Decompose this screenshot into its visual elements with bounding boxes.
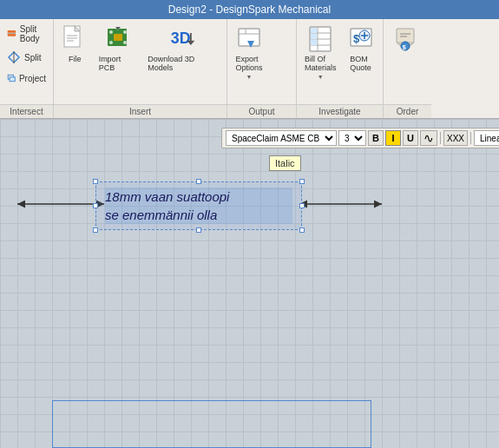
investigate-section: Bill OfMaterials ▼ $ BOMQuote Investigat… (297, 19, 384, 118)
split-button[interactable]: Split (3, 48, 49, 67)
file-icon (62, 25, 87, 53)
svg-rect-16 (114, 34, 122, 41)
investigate-buttons: Bill OfMaterials ▼ $ BOMQuote (297, 19, 383, 104)
italic-tooltip: Italic (269, 155, 301, 171)
text-format-bar: SpaceClaim ASME CB 3.5 B I U ∿ XXX Linea… (221, 128, 499, 148)
download-3d-label: Download 3D Models (148, 55, 219, 72)
text-dashed-border: 18mm vaan suattoopi se enemmännii olla (95, 181, 302, 230)
project-label: Project (19, 74, 46, 83)
separator-1 (440, 132, 441, 144)
bill-of-materials-icon (306, 25, 334, 53)
handle-br[interactable] (299, 227, 305, 233)
order-buttons: $ (384, 19, 431, 104)
grid-background (0, 119, 499, 448)
project-button[interactable]: Project (3, 69, 49, 88)
split-body-button[interactable]: Split Body (3, 22, 49, 46)
svg-rect-32 (311, 34, 317, 39)
handle-mr[interactable] (299, 203, 305, 208)
handle-ml[interactable] (93, 203, 98, 208)
file-button[interactable]: File (57, 23, 93, 66)
handle-tm[interactable] (196, 179, 201, 184)
download-3d-icon: 3D (169, 25, 197, 53)
linear-dropdown[interactable]: Linear (474, 130, 499, 146)
handle-bm[interactable] (196, 227, 201, 233)
download-3d-button[interactable]: 3D Download 3D Models (143, 23, 223, 75)
svg-point-14 (123, 30, 127, 34)
output-label: Output (227, 104, 296, 118)
export-options-arrow: ▼ (246, 74, 253, 80)
svg-rect-39 (397, 29, 414, 43)
handle-tl[interactable] (93, 179, 98, 184)
order-icon-box: $ (391, 25, 419, 53)
canvas-area: SpaceClaim ASME CB 3.5 B I U ∿ XXX Linea… (0, 119, 499, 448)
separator-2 (470, 132, 471, 144)
investigate-label: Investigate (297, 104, 383, 118)
svg-rect-5 (10, 77, 15, 82)
import-pcb-icon-box (104, 25, 132, 53)
handle-tr[interactable] (299, 179, 305, 184)
font-size-dropdown[interactable]: 3.5 (338, 130, 366, 146)
file-label: File (69, 55, 82, 63)
bill-of-materials-button[interactable]: Bill OfMaterials ▼ (300, 23, 341, 82)
order-section: $ Order (384, 19, 431, 118)
svg-text:$: $ (403, 43, 407, 51)
svg-rect-1 (8, 34, 16, 36)
split-label: Split (24, 53, 41, 63)
toolbar: Split Body Split Project Intersect (0, 19, 499, 119)
italic-button[interactable]: I (385, 130, 401, 146)
insert-buttons: File Import PCB (54, 19, 227, 104)
file-icon-box (61, 25, 89, 53)
bom-quote-icon: $ (347, 25, 375, 53)
svg-point-13 (109, 41, 113, 44)
text-line-2[interactable]: se enemmännii olla (105, 206, 292, 224)
bill-of-materials-label: Bill OfMaterials (305, 55, 337, 72)
text-box-container: 18mm vaan suattoopi se enemmännii olla (95, 181, 302, 230)
project-icon (7, 71, 16, 85)
output-buttons: ExportOptions ▼ (227, 19, 296, 104)
bom-quote-button[interactable]: $ BOMQuote (343, 23, 379, 75)
split-body-icon (7, 27, 16, 41)
insert-section: File Import PCB (54, 19, 227, 118)
spacing-button[interactable]: XXX (443, 130, 468, 146)
export-options-button[interactable]: ExportOptions ▼ (231, 23, 267, 82)
bill-of-materials-arrow: ▼ (318, 74, 324, 80)
squiggle-button[interactable]: ∿ (420, 130, 437, 146)
bom-quote-label: BOMQuote (350, 55, 371, 72)
bill-of-materials-icon-box (306, 25, 334, 53)
intersect-buttons: Split Body Split Project (0, 19, 53, 104)
handle-bl[interactable] (93, 227, 98, 233)
output-section: ExportOptions ▼ Output (227, 19, 297, 118)
underline-button[interactable]: U (403, 130, 418, 146)
text-line-1[interactable]: 18mm vaan suattoopi (105, 188, 292, 206)
title-bar: Design2 - DesignSpark Mechanical (0, 0, 499, 19)
right-arrow (295, 195, 386, 213)
svg-rect-0 (8, 30, 16, 33)
import-pcb-icon (106, 25, 130, 53)
svg-rect-33 (311, 40, 317, 45)
download-3d-icon-box: 3D (169, 25, 197, 53)
svg-point-15 (123, 41, 127, 44)
svg-text:3D: 3D (171, 30, 191, 47)
svg-rect-31 (311, 28, 317, 33)
bottom-rectangle (52, 400, 371, 448)
svg-point-12 (109, 30, 113, 34)
intersect-section: Split Body Split Project Intersect (0, 19, 54, 118)
export-options-icon (235, 25, 263, 53)
export-options-label: ExportOptions (235, 55, 262, 72)
export-options-icon-box (235, 25, 263, 53)
intersect-label: Intersect (0, 104, 53, 118)
import-pcb-button[interactable]: Import PCB (95, 23, 142, 75)
italic-tooltip-text: Italic (275, 158, 295, 168)
title-text: Design2 - DesignSpark Mechanical (168, 3, 331, 16)
import-pcb-label: Import PCB (99, 55, 138, 72)
order-icon: $ (391, 25, 419, 53)
order-label: Order (384, 104, 431, 118)
split-body-label: Split Body (20, 24, 46, 43)
order-button[interactable]: $ (387, 23, 423, 56)
split-icon (7, 50, 21, 64)
bom-quote-icon-box: $ (347, 25, 375, 53)
font-name-dropdown[interactable]: SpaceClaim ASME CB (226, 130, 337, 146)
bold-button[interactable]: B (368, 130, 384, 146)
insert-label: Insert (54, 104, 227, 118)
